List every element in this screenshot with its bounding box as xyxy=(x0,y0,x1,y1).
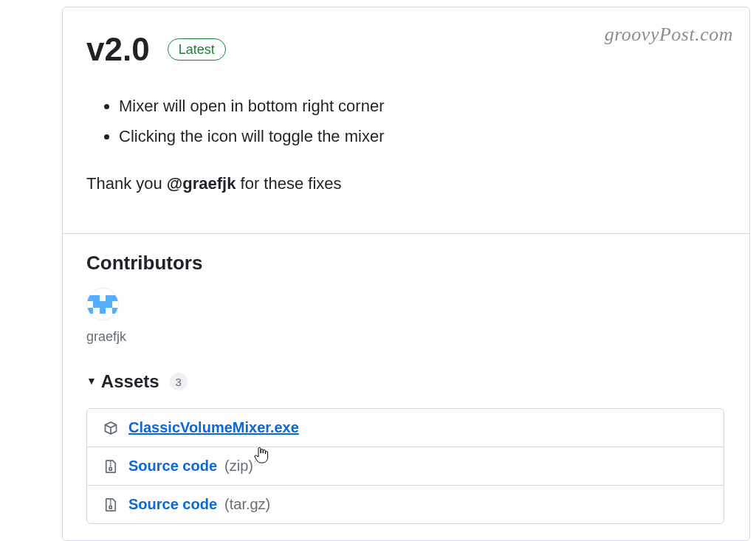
disclosure-triangle-icon: ▼ xyxy=(86,375,97,387)
watermark-text: groovyPost.com xyxy=(605,24,733,46)
contributor-name[interactable]: graefjk xyxy=(86,329,726,345)
thank-suffix: for these fixes xyxy=(236,174,341,193)
contributor-avatar[interactable] xyxy=(86,288,119,320)
release-title: v2.0 xyxy=(86,31,150,68)
file-zip-icon xyxy=(103,497,118,512)
assets-count-badge: 3 xyxy=(170,373,188,390)
package-icon xyxy=(103,421,118,435)
file-zip-icon xyxy=(103,459,118,474)
asset-format-label: (tar.gz) xyxy=(224,496,270,513)
release-notes-list: Mixer will open in bottom right corner C… xyxy=(119,93,726,149)
thank-prefix: Thank you xyxy=(86,174,167,193)
release-card: groovyPost.com v2.0 Latest Mixer will op… xyxy=(62,7,750,541)
asset-download-link[interactable]: Source code xyxy=(128,496,217,513)
asset-format-label: (zip) xyxy=(224,458,253,475)
asset-download-link[interactable]: ClassicVolumeMixer.exe xyxy=(128,419,299,436)
svg-rect-0 xyxy=(109,467,111,470)
asset-download-link[interactable]: Source code xyxy=(128,458,217,475)
identicon-icon xyxy=(87,289,118,320)
assets-list: ClassicVolumeMixer.exe Source code (zip)… xyxy=(86,408,724,524)
release-note-item: Mixer will open in bottom right corner xyxy=(119,93,726,119)
contributor-mention-link[interactable]: @graefjk xyxy=(167,174,236,193)
assets-toggle[interactable]: ▼ Assets 3 xyxy=(86,371,726,392)
release-note-item: Clicking the icon will toggle the mixer xyxy=(119,123,726,149)
asset-row: Source code (tar.gz) xyxy=(87,486,724,523)
contributors-heading: Contributors xyxy=(86,252,726,275)
asset-row: ClassicVolumeMixer.exe xyxy=(87,409,724,447)
assets-heading: Assets xyxy=(101,371,159,392)
asset-row: Source code (zip) xyxy=(87,447,724,486)
latest-badge: Latest xyxy=(168,38,226,61)
svg-rect-1 xyxy=(109,506,111,509)
thank-you-text: Thank you @graefjk for these fixes xyxy=(86,174,726,193)
